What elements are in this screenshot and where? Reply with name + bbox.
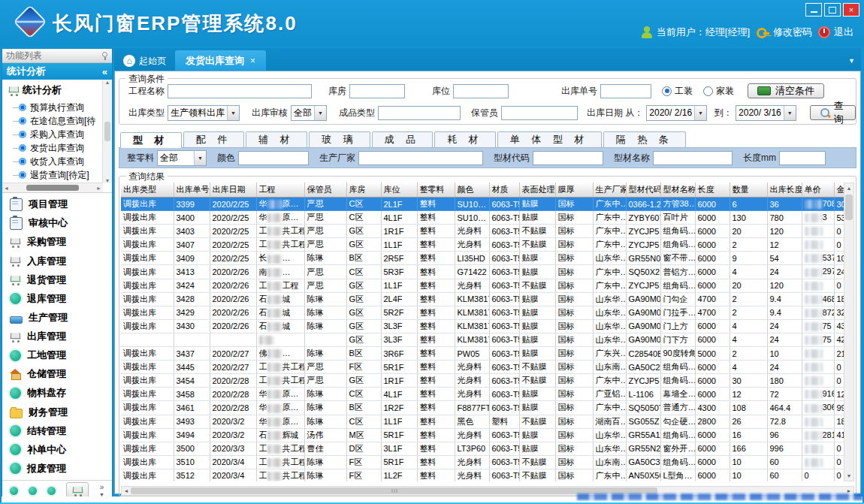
tree-item[interactable]: 退货查询[待定] [7, 168, 101, 182]
scroll-up-icon[interactable]: ▲ [105, 80, 110, 85]
scroll-thumb[interactable] [104, 122, 110, 141]
sidebar-item-出库管理[interactable]: 出库管理 [2, 327, 112, 346]
tab-home[interactable]: ⌂ 起始页 [114, 51, 175, 71]
sidebar-item-仓储管理[interactable]: 仓储管理 [2, 365, 112, 383]
scroll-down-icon[interactable]: ▼ [105, 178, 110, 183]
more-modules-button[interactable]: »▼ [99, 484, 104, 498]
length-input[interactable] [779, 151, 826, 165]
material-tab-5[interactable]: 成 品 [372, 131, 434, 147]
profile-code-input[interactable] [533, 151, 603, 165]
tree-item[interactable]: 采购入库查询 [7, 128, 101, 141]
table-row[interactable]: 调拨出库34302020/2/26石城陈琳G区3L3F整料KLM38176063… [121, 319, 846, 333]
column-header[interactable]: 整零料 [417, 183, 455, 198]
profile-name-input[interactable] [653, 151, 733, 165]
column-header[interactable]: 型材代码 [626, 183, 660, 198]
table-row[interactable]: 调拨出库34132020/2/26南…严思C区5R3F整料G714226063-… [121, 265, 846, 279]
scroll-thumb[interactable] [845, 195, 853, 220]
search-button[interactable]: 查 询 [810, 105, 856, 120]
tree-vertical-scrollbar[interactable]: ▲ ▼ [102, 80, 112, 183]
column-header[interactable]: 出库单号 [174, 183, 210, 198]
table-row[interactable]: 调拨出库34932020/3/2华原…陈琳C区1L1F整料黑色塑料不贴膜国标湖南… [121, 415, 846, 428]
scroll-right-icon[interactable]: ► [844, 488, 853, 493]
warehouse-input[interactable] [349, 84, 405, 98]
column-header[interactable]: 保管员 [304, 183, 346, 198]
table-row[interactable]: 调拨出库34582020/2/28华原…陈琳C区4L1F整料光身料6063-T5… [121, 388, 846, 401]
table-row[interactable]: 调拨出库35102020/3/4工共工程陈琳F区5R1F整料光身料6063-T5… [121, 455, 846, 469]
scroll-left-icon[interactable]: ◄ [122, 488, 131, 493]
sidebar-item-报废管理[interactable]: 报废管理 [2, 460, 112, 478]
logout-button[interactable]: 退出 [818, 26, 853, 39]
sidebar-item-项目管理[interactable]: 项目管理 [2, 195, 112, 213]
scroll-up-icon[interactable]: ▲ [847, 183, 852, 193]
date-from-picker[interactable]: 2020/ 2/16▼ [646, 105, 707, 121]
module-dot-icon[interactable] [47, 487, 56, 495]
column-header[interactable]: 出库类型 [121, 183, 174, 198]
tree-item[interactable]: 预算执行查询 [7, 101, 101, 114]
column-header[interactable]: 长度 [695, 183, 730, 198]
table-row[interactable]: 调拨出库34612020/2/28华原…陈琳B区1R2F整料F8877FT606… [121, 401, 846, 415]
material-tab-3[interactable]: 辅 材 [246, 131, 307, 147]
sidebar-item-工地管理[interactable]: 工地管理 [2, 346, 112, 364]
table-row[interactable]: 调拨出库34072020/2/25工共工程严思G区1L1F整料光身料6063-T… [121, 238, 846, 252]
tab-shipping-outbound-query[interactable]: 发货出库查询 × [175, 50, 266, 71]
sidebar-item-审核中心[interactable]: 审核中心 [2, 214, 112, 232]
whole-part-select[interactable]: 全部▼ [157, 150, 207, 166]
tree-item[interactable]: 在途信息查询[待 [7, 114, 101, 128]
collapse-icon[interactable]: « [102, 66, 107, 77]
sidebar-item-入库管理[interactable]: 入库管理 [2, 252, 112, 270]
module-dot-icon[interactable] [29, 487, 37, 495]
tree-root-node[interactable]: 统计分析 [8, 83, 112, 98]
table-row[interactable]: 调拨出库34372020/2/27佛…陈琳B区3R6F整料PW056063-T5… [121, 347, 846, 361]
column-header[interactable]: 出库长度 [767, 183, 802, 198]
table-row[interactable]: 调拨出库34942020/3/2石辉城汤伟M区5R1F整料光身料6063-T5贴… [121, 428, 846, 442]
column-header[interactable]: 材质 [489, 183, 519, 198]
table-row[interactable]: 调拨出库34242020/2/26工工程严思G区1L1F整料光身料6063-T5… [121, 279, 846, 292]
color-input[interactable] [238, 151, 309, 165]
material-tab-1[interactable]: 型 材 [120, 132, 182, 148]
material-tab-8[interactable]: 隔 热 条 [603, 131, 686, 147]
column-header[interactable]: 库位 [381, 183, 417, 198]
table-row[interactable]: 调拨出库34292020/2/26石城陈琳G区5R2F整料KLM38176063… [121, 306, 846, 319]
sidebar-item-财务管理[interactable]: 财务管理 [2, 403, 112, 421]
table-row[interactable]: G区3L3F整料KLM38176063-T5贴膜国标山东华…GA90M09.门下… [121, 333, 846, 346]
sidebar-item-退库管理[interactable]: 退库管理 [2, 290, 112, 308]
scroll-thumb[interactable] [26, 185, 79, 191]
material-tab-2[interactable]: 配 件 [183, 131, 245, 147]
manufacturer-input[interactable] [358, 151, 483, 165]
scroll-right-icon[interactable]: ► [96, 186, 101, 191]
tab-close-icon[interactable]: × [250, 56, 255, 66]
column-header[interactable]: 颜色 [455, 183, 489, 198]
audit-select[interactable]: 全部▼ [291, 105, 327, 121]
table-row[interactable]: 调拨出库34002020/2/25华原…严思C区4L1F整料SU10…6063-… [121, 211, 846, 225]
outbound-no-input[interactable] [600, 84, 651, 98]
column-header[interactable]: 数量 [730, 183, 767, 198]
column-header[interactable]: 型材名称 [660, 183, 695, 198]
table-row[interactable]: 调拨出库34032020/2/25工共工程严思G区1R1F整料光身料6063-T… [121, 225, 846, 238]
column-header[interactable]: 库房 [346, 183, 381, 198]
sidebar-item-补单中心[interactable]: 补单中心 [2, 441, 112, 459]
column-header[interactable]: 表面处理 [519, 183, 555, 198]
column-header[interactable]: 膜厚 [555, 183, 593, 198]
module-dot-icon[interactable] [10, 487, 18, 495]
date-to-picker[interactable]: 2020/ 3/16▼ [736, 105, 796, 121]
radio-gongzhuang[interactable]: 工装 [662, 85, 693, 98]
table-row[interactable]: 调拨出库34452020/2/27工共工程严思F区5R1F整料光身料6063-T… [121, 361, 846, 374]
column-header[interactable]: 生产厂家 [593, 183, 626, 198]
table-row[interactable]: 调拨出库35002020/3/3工共工程曹佳D区3L1F整料LT3P606063… [121, 442, 846, 455]
close-button[interactable]: × [843, 3, 859, 17]
table-row[interactable]: 调拨出库34282020/2/26石城陈琳G区2L4F整料KLM38176063… [121, 292, 846, 306]
keeper-input[interactable] [501, 106, 578, 120]
scroll-down-icon[interactable]: ▼ [847, 471, 852, 481]
column-header[interactable]: 单价 [802, 183, 834, 198]
sidebar-item-采购管理[interactable]: 采购管理 [2, 233, 112, 251]
location-input[interactable] [453, 84, 509, 98]
tree-item[interactable]: 发货出库查询 [7, 141, 101, 155]
table-row[interactable]: 调拨出库34542020/2/28工共工程严思G区1R1F整料光身料6063-T… [121, 374, 846, 388]
material-tab-4[interactable]: 玻 璃 [309, 131, 370, 147]
material-tab-6[interactable]: 耗 材 [434, 131, 496, 147]
table-row[interactable]: 调拨出库34092020/2/25长…陈琳B区2R5F整料LI35HD6063-… [121, 252, 846, 265]
tree-horizontal-scrollbar[interactable]: ◄ ► [2, 183, 103, 192]
tab-overflow-icon[interactable]: ▼ [848, 57, 861, 71]
sidebar-item-结转管理[interactable]: 结转管理 [2, 422, 112, 440]
maximize-button[interactable] [824, 3, 841, 17]
